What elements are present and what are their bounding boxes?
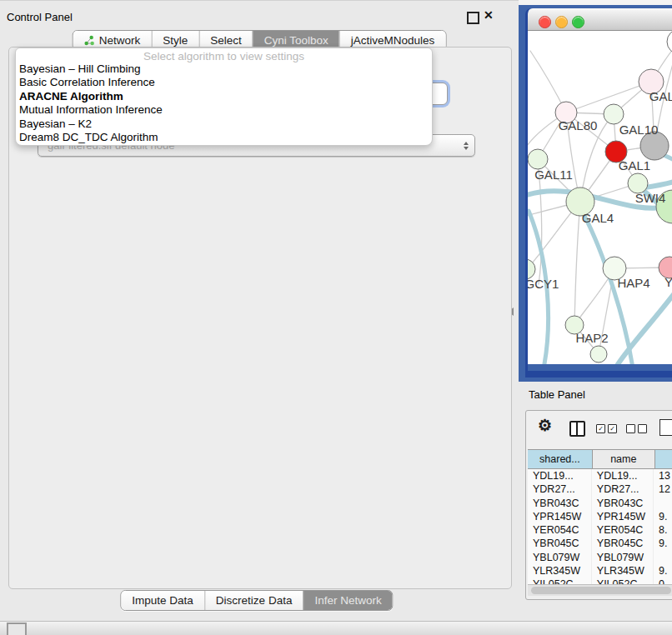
tab-impute-data[interactable]: Impute Data xyxy=(121,591,204,610)
close-icon[interactable]: ✕ xyxy=(484,8,494,22)
network-desktop: GAL7GAL80GAL10GAL1GAL11SWI4GAL4GCY1HAP4Y… xyxy=(519,5,672,382)
float-window-icon[interactable] xyxy=(467,12,479,24)
node-label-gal80: GAL80 xyxy=(559,118,598,132)
table-row[interactable]: YPR145WYPR145W9. xyxy=(528,510,672,523)
zoom-traffic-light-icon[interactable] xyxy=(572,16,584,28)
gear-icon[interactable]: ⚙ xyxy=(538,418,552,434)
select-all-columns-icon[interactable]: ✓✓ xyxy=(596,424,617,433)
node-gal11[interactable] xyxy=(528,149,548,169)
algorithm-option-aracne-algorithm[interactable]: ARACNE Algorithm xyxy=(16,90,432,103)
node-label-swi4: SWI4 xyxy=(635,191,666,205)
table-row[interactable]: YBR043CYBR043C xyxy=(528,497,672,510)
table-cell: 8. xyxy=(654,523,672,537)
node-label-hap4: HAP4 xyxy=(617,276,649,290)
node-label-gal4: GAL4 xyxy=(582,211,614,225)
application-window: Control Panel ✕ NetworkStyleSelectCyni T… xyxy=(0,0,672,635)
table-row[interactable]: YER054CYER054C8. xyxy=(528,523,672,537)
node-label-y: Y xyxy=(664,275,672,289)
network-tab-icon xyxy=(84,35,95,46)
node-label-hap2: HAP2 xyxy=(575,331,608,345)
table-cell: 9. xyxy=(654,510,672,523)
table-cell: YBL079W xyxy=(528,551,592,564)
table-cell xyxy=(654,551,672,564)
edge xyxy=(574,202,580,325)
node[interactable] xyxy=(667,31,672,54)
column-header-name[interactable]: name xyxy=(593,450,655,468)
node-label-gcy1: GCY1 xyxy=(528,277,559,291)
tab-discretize-data[interactable]: Discretize Data xyxy=(204,591,303,610)
algorithm-option-bayesian-k2[interactable]: Bayesian – K2 xyxy=(16,118,432,131)
column-header-shared[interactable]: shared... xyxy=(528,450,593,468)
table-cell: 12 xyxy=(654,482,672,496)
table-row[interactable]: YDL19...YDL19...13 xyxy=(528,469,672,482)
table-cell: YER054C xyxy=(528,523,592,537)
table-cell: YDL19... xyxy=(528,469,592,482)
table-cell: YDL19... xyxy=(592,469,654,482)
algorithm-list: Bayesian – Hill ClimbingBasic Correlatio… xyxy=(16,62,432,144)
table-cell: YBR043C xyxy=(528,497,592,510)
algorithm-option-dream8-dc-tdc-algorithm[interactable]: Dream8 DC_TDC Algorithm xyxy=(16,131,432,144)
table-hscrollbar[interactable] xyxy=(528,584,672,596)
table-cell: 13 xyxy=(654,469,672,482)
node-label-gal1: GAL1 xyxy=(619,158,650,172)
deselect-all-columns-icon[interactable] xyxy=(626,424,647,433)
tab-jactivemnodules-label: jActiveMNodules xyxy=(351,34,435,47)
node-table: shared...nameYDL19...YDL19...13YDR27...Y… xyxy=(528,449,672,592)
table-cell: YPR145W xyxy=(592,510,654,523)
network-graph: GAL7GAL80GAL10GAL1GAL11SWI4GAL4GCY1HAP4Y… xyxy=(528,31,672,364)
network-view-window[interactable]: GAL7GAL80GAL10GAL1GAL11SWI4GAL4GCY1HAP4Y… xyxy=(525,8,672,378)
tab-impute-data-label: Impute Data xyxy=(132,594,193,607)
tab-network-label: Network xyxy=(99,34,141,47)
tab-cyni-toolbox-label: Cyni Toolbox xyxy=(264,34,328,47)
node-label-gal10: GAL10 xyxy=(619,122,659,137)
node[interactable] xyxy=(590,346,607,362)
table-cell: YDR27... xyxy=(528,482,592,496)
algorithm-option-bayesian-hill-climbing[interactable]: Bayesian – Hill Climbing xyxy=(16,62,432,76)
minimize-traffic-light-icon[interactable] xyxy=(555,16,568,28)
table-cell: YPR145W xyxy=(528,510,592,523)
table-header-row: shared...name xyxy=(528,449,672,469)
cyni-mode-tabbar: Impute DataDiscretize DataInfer Network xyxy=(120,590,393,611)
table-cell: YBR043C xyxy=(592,497,654,510)
table-cell: 9. xyxy=(654,537,672,550)
table-cell: YBL079W xyxy=(592,551,654,564)
table-row[interactable]: YBL079WYBL079W xyxy=(528,551,672,564)
tab-discretize-data-label: Discretize Data xyxy=(216,594,293,607)
algorithm-option-basic-correlation-inference[interactable]: Basic Correlation Inference xyxy=(16,76,432,89)
table-cell: YLR345W xyxy=(528,564,592,578)
table-panel: ⚙ ✓✓ shared...nameYDL19...YDL19...13YDR2… xyxy=(525,410,672,600)
network-window-titlebar[interactable] xyxy=(528,8,672,31)
table-panel-title: Table Panel xyxy=(529,388,585,401)
table-cell: 9. xyxy=(654,564,672,578)
tab-infer-network-label: Infer Network xyxy=(314,594,381,607)
status-bar xyxy=(0,621,672,635)
dock-panel-icon[interactable] xyxy=(7,622,27,635)
close-traffic-light-icon[interactable] xyxy=(539,16,551,28)
algorithm-placeholder: Select algorithm to view settings xyxy=(16,50,432,62)
table-cell: YBR045C xyxy=(528,537,592,550)
control-panel-titlebar: Control Panel ✕ xyxy=(0,0,519,21)
table-cell: YLR345W xyxy=(592,564,654,578)
table-row[interactable]: YDR27...YDR27...12 xyxy=(528,482,672,496)
table-cell xyxy=(654,497,672,510)
table-cell: YBR045C xyxy=(592,537,654,550)
column-header-col2[interactable] xyxy=(655,450,672,468)
new-table-document-icon[interactable] xyxy=(659,419,672,436)
tab-select-label: Select xyxy=(210,34,242,47)
combo-stepper-icon xyxy=(464,142,469,150)
algorithm-dropdown-popup: Select algorithm to view settings Bayesi… xyxy=(15,48,433,146)
node-label-gal11: GAL11 xyxy=(534,168,573,182)
table-cell: YDR27... xyxy=(592,482,654,496)
control-panel-title: Control Panel xyxy=(7,11,73,23)
tab-style-label: Style xyxy=(163,34,188,47)
tab-infer-network[interactable]: Infer Network xyxy=(303,591,392,610)
algorithm-option-mutual-information-inference[interactable]: Mutual Information Inference xyxy=(16,103,432,117)
table-row[interactable]: YLR345WYLR345W9. xyxy=(528,564,672,578)
table-row[interactable]: YBR045CYBR045C9. xyxy=(528,537,672,550)
network-canvas[interactable]: GAL7GAL80GAL10GAL1GAL11SWI4GAL4GCY1HAP4Y… xyxy=(528,31,672,364)
table-cell: YER054C xyxy=(592,523,654,537)
split-columns-icon[interactable] xyxy=(569,421,585,437)
node-gal10[interactable] xyxy=(604,104,624,124)
node-label-gal7: GAL7 xyxy=(649,89,672,103)
